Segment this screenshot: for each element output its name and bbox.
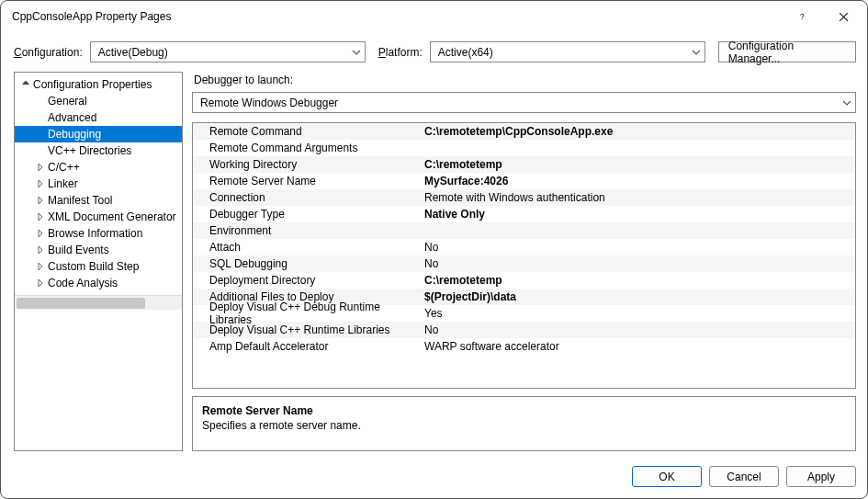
property-pages-window: CppConsoleApp Property Pages ? Configura…: [0, 0, 868, 499]
property-label: SQL Debugging: [193, 257, 421, 270]
property-value[interactable]: $(ProjectDir)\data: [421, 290, 855, 303]
property-label: Remote Command Arguments: [193, 142, 421, 154]
description-panel: Remote Server Name Specifies a remote se…: [192, 396, 856, 451]
svg-text:?: ?: [800, 13, 805, 21]
property-row[interactable]: SQL DebuggingNo: [193, 255, 855, 272]
tree-item[interactable]: Code Analysis: [15, 275, 183, 291]
expander-closed-icon[interactable]: [35, 246, 46, 254]
property-row[interactable]: Amp Default AcceleratorWARP software acc…: [193, 338, 855, 355]
expander-closed-icon[interactable]: [35, 230, 46, 237]
tree: Configuration PropertiesGeneralAdvancedD…: [15, 73, 183, 295]
expander-closed-icon[interactable]: [35, 180, 46, 187]
scrollbar-thumb[interactable]: [17, 298, 145, 309]
property-grid[interactable]: Remote CommandC:\remotetemp\CppConsoleAp…: [192, 122, 856, 389]
property-row[interactable]: Deploy Visual C++ Runtime LibrariesNo: [193, 322, 855, 338]
property-row[interactable]: Debugger TypeNative Only: [193, 206, 855, 222]
property-value[interactable]: No: [421, 257, 855, 270]
property-value[interactable]: MySurface:4026: [421, 175, 855, 187]
configuration-row: Configuration: Active(Debug) Platform: A…: [1, 32, 867, 72]
tree-item[interactable]: Linker: [15, 176, 183, 192]
property-row[interactable]: Environment: [193, 222, 855, 239]
property-row[interactable]: Working DirectoryC:\remotetemp: [193, 156, 855, 173]
tree-item[interactable]: XML Document Generator: [15, 209, 183, 225]
platform-value: Active(x64): [438, 46, 493, 59]
tree-item[interactable]: Debugging: [15, 126, 183, 142]
property-label: Working Directory: [193, 158, 421, 171]
property-value[interactable]: Remote with Windows authentication: [421, 191, 855, 204]
window-title: CppConsoleApp Property Pages: [12, 10, 171, 23]
chevron-down-icon: [842, 98, 851, 108]
description-body: Specifies a remote server name.: [202, 419, 846, 432]
titlebar-buttons: ?: [792, 6, 860, 28]
chevron-down-icon: [692, 48, 701, 57]
property-value[interactable]: C:\remotetemp: [421, 158, 855, 171]
expander-closed-icon[interactable]: [35, 213, 46, 221]
apply-button[interactable]: Apply: [786, 466, 856, 487]
titlebar: CppConsoleApp Property Pages ?: [1, 1, 867, 32]
right-panel: Debugger to launch: Remote Windows Debug…: [192, 72, 856, 451]
property-label: Environment: [193, 224, 421, 237]
property-label: Remote Command: [193, 125, 421, 138]
expander-closed-icon[interactable]: [35, 197, 46, 204]
property-row[interactable]: Remote CommandC:\remotetemp\CppConsoleAp…: [193, 123, 855, 140]
debugger-launch-dropdown[interactable]: Remote Windows Debugger: [192, 92, 856, 113]
body: Configuration PropertiesGeneralAdvancedD…: [1, 72, 867, 459]
property-value[interactable]: No: [421, 241, 855, 254]
chevron-down-icon: [352, 48, 361, 57]
property-row[interactable]: AttachNo: [193, 239, 855, 255]
property-label: Deployment Directory: [193, 274, 421, 287]
tree-item[interactable]: Manifest Tool: [15, 192, 183, 209]
platform-label: Platform:: [378, 46, 423, 59]
property-label: Debugger Type: [193, 208, 421, 221]
property-value[interactable]: Native Only: [421, 208, 855, 221]
tree-item[interactable]: General: [15, 93, 183, 109]
expander-closed-icon[interactable]: [35, 263, 46, 270]
platform-dropdown[interactable]: Active(x64): [430, 41, 705, 62]
property-row[interactable]: Deployment DirectoryC:\remotetemp: [193, 272, 855, 289]
footer: OK Cancel Apply: [1, 459, 867, 498]
tree-item[interactable]: C/C++: [15, 159, 183, 176]
property-row[interactable]: Remote Command Arguments: [193, 140, 855, 156]
property-row[interactable]: Remote Server NameMySurface:4026: [193, 173, 855, 189]
description-title: Remote Server Name: [202, 404, 846, 417]
ok-button[interactable]: OK: [632, 466, 702, 487]
property-row[interactable]: Deploy Visual C++ Debug Runtime Librarie…: [193, 305, 855, 322]
tree-root[interactable]: Configuration Properties: [15, 76, 183, 93]
close-button[interactable]: [832, 6, 854, 28]
expander-closed-icon[interactable]: [35, 279, 46, 287]
property-label: Deploy Visual C++ Runtime Libraries: [193, 323, 421, 336]
tree-item[interactable]: Advanced: [15, 109, 183, 126]
debugger-launch-value: Remote Windows Debugger: [200, 96, 338, 109]
property-row[interactable]: ConnectionRemote with Windows authentica…: [193, 189, 855, 206]
expander-open-icon[interactable]: [20, 81, 31, 88]
tree-item[interactable]: Browse Information: [15, 225, 183, 242]
tree-item[interactable]: Custom Build Step: [15, 258, 183, 275]
configuration-dropdown[interactable]: Active(Debug): [90, 41, 366, 62]
property-label: Remote Server Name: [193, 175, 421, 187]
property-label: Amp Default Accelerator: [193, 340, 421, 353]
debugger-launch-label: Debugger to launch:: [192, 72, 856, 92]
close-icon: [839, 12, 849, 22]
help-button[interactable]: ?: [792, 6, 814, 28]
cancel-button[interactable]: Cancel: [709, 466, 779, 487]
tree-panel[interactable]: Configuration PropertiesGeneralAdvancedD…: [14, 72, 183, 451]
configuration-value: Active(Debug): [98, 46, 168, 59]
tree-item[interactable]: Build Events: [15, 242, 183, 258]
property-value[interactable]: C:\remotetemp: [421, 274, 855, 287]
property-value[interactable]: C:\remotetemp\CppConsoleApp.exe: [421, 125, 855, 138]
help-icon: ?: [798, 12, 808, 22]
property-label: Attach: [193, 241, 421, 254]
configuration-label: Configuration:: [14, 46, 83, 59]
configuration-manager-button[interactable]: Configuration Manager...: [718, 41, 856, 62]
tree-item[interactable]: VC++ Directories: [15, 142, 183, 159]
property-value[interactable]: Yes: [421, 307, 855, 320]
tree-scrollbar[interactable]: [15, 295, 182, 310]
property-label: Deploy Visual C++ Debug Runtime Librarie…: [193, 301, 421, 326]
property-value[interactable]: No: [421, 323, 855, 336]
property-value[interactable]: WARP software accelerator: [421, 340, 855, 353]
property-label: Connection: [193, 191, 421, 204]
expander-closed-icon[interactable]: [35, 164, 46, 171]
